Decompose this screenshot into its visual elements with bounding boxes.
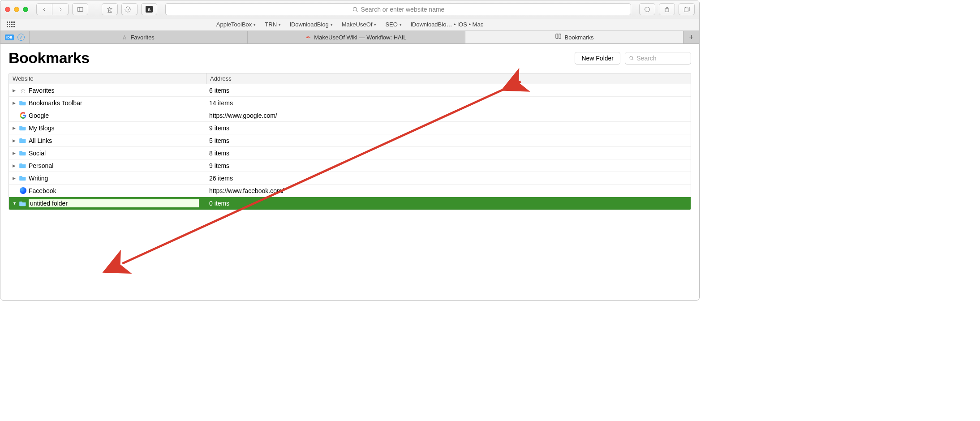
pinned-tabs: iDB ✓ <box>0 31 30 43</box>
forward-button[interactable] <box>52 3 69 15</box>
disclosure-triangle[interactable]: ▶ <box>13 126 17 130</box>
cell-website: ▶Personal <box>9 162 206 169</box>
new-tab-button[interactable]: + <box>683 31 699 43</box>
folder-icon <box>19 99 26 107</box>
star-icon: ☆ <box>19 87 26 94</box>
cell-website: ▼ <box>9 199 206 207</box>
disclosure-triangle[interactable]: ▶ <box>13 88 17 93</box>
share-button[interactable] <box>659 3 675 15</box>
google-favicon <box>19 112 26 119</box>
table-row[interactable]: ▼0 items <box>9 197 691 210</box>
favbar-label: TRN <box>265 21 277 28</box>
table-row[interactable]: ▶Facebookhttps://www.facebook.com/ <box>9 185 691 197</box>
row-name: Social <box>29 150 46 157</box>
table-body: ▶☆Favorites6 items▶Bookmarks Toolbar14 i… <box>9 84 691 210</box>
favorites-bar: AppleToolBox▾ TRN▾ iDownloadBlog▾ MakeUs… <box>0 18 699 31</box>
cell-address: 9 items <box>206 125 691 132</box>
cell-website: ▶All Links <box>9 137 206 144</box>
folder-icon <box>19 162 26 169</box>
top-sites-button[interactable] <box>102 3 118 15</box>
address-bar[interactable]: Search or enter website name <box>165 3 631 15</box>
bookmarks-page: Bookmarks New Folder Website Address ▶☆F… <box>0 44 699 210</box>
cell-address: 0 items <box>206 200 691 207</box>
favbar-label: MakeUseOf <box>342 21 373 28</box>
folder-icon <box>19 175 26 182</box>
favbar-item-appletoolbox[interactable]: AppleToolBox▾ <box>216 21 256 28</box>
show-favorites-grid-button[interactable] <box>7 21 15 27</box>
chevron-down-icon: ▾ <box>400 22 402 27</box>
folder-icon <box>19 150 26 157</box>
cell-address: 9 items <box>206 162 691 169</box>
favbar-item-trn[interactable]: TRN▾ <box>265 21 281 28</box>
svg-point-4 <box>353 7 357 11</box>
folder-icon <box>19 200 26 207</box>
page-title: Bookmarks <box>9 49 90 67</box>
column-header-website[interactable]: Website <box>9 73 206 84</box>
tab-makeuseof-wiki[interactable]: ✒ MakeUseOf Wiki — Workflow: HAIL <box>248 31 466 43</box>
cell-website: ▶My Blogs <box>9 125 206 132</box>
table-row[interactable]: ▶Personal9 items <box>9 159 691 172</box>
pinned-tab-check[interactable]: ✓ <box>17 34 25 41</box>
favbar-label: iDownloadBlo… • iOS • Mac <box>411 21 483 28</box>
row-name: Favorites <box>29 87 55 94</box>
bookmarks-search-input[interactable] <box>636 55 687 62</box>
svg-rect-8 <box>684 8 688 12</box>
disclosure-triangle[interactable]: ▶ <box>13 151 17 155</box>
table-row[interactable]: ▶Bookmarks Toolbar14 items <box>9 97 691 109</box>
bookmarks-search[interactable] <box>625 52 691 64</box>
favbar-item-makeuseof[interactable]: MakeUseOf▾ <box>342 21 377 28</box>
disclosure-triangle[interactable]: ▼ <box>13 201 17 206</box>
cell-website: ▶Google <box>9 112 206 119</box>
disclosure-triangle[interactable]: ▶ <box>13 101 17 105</box>
favbar-item-seo[interactable]: SEO▾ <box>385 21 401 28</box>
svg-line-10 <box>632 59 633 60</box>
disclosure-triangle[interactable]: ▶ <box>13 163 17 168</box>
tab-bookmarks[interactable]: Bookmarks <box>465 31 683 43</box>
disclosure-triangle[interactable]: ▶ <box>13 138 17 143</box>
favbar-item-idownloadblog[interactable]: iDownloadBlog▾ <box>290 21 333 28</box>
tab-label: MakeUseOf Wiki — Workflow: HAIL <box>314 34 406 41</box>
favbar-label: AppleToolBox <box>216 21 252 28</box>
address-bar-placeholder: Search or enter website name <box>361 6 445 13</box>
traffic-lights <box>5 7 28 12</box>
cell-address: 14 items <box>206 99 691 107</box>
row-name: All Links <box>29 137 52 144</box>
row-name: Google <box>29 112 49 119</box>
refresh-button[interactable]: ✓ <box>121 3 138 15</box>
table-row[interactable]: ▶Writing26 items <box>9 172 691 185</box>
toolbar-right <box>639 3 695 15</box>
new-folder-button[interactable]: New Folder <box>575 52 620 64</box>
tab-bar: iDB ✓ ☆ Favorites ✒ MakeUseOf Wiki — Wor… <box>0 31 699 44</box>
cell-website: ▶Social <box>9 150 206 157</box>
amazon-extension-button[interactable]: a <box>141 3 157 15</box>
disclosure-triangle[interactable]: ▶ <box>13 176 17 180</box>
cell-website: ▶Facebook <box>9 187 206 194</box>
column-header-address[interactable]: Address <box>206 73 691 84</box>
back-button[interactable] <box>36 3 52 15</box>
tab-favorites[interactable]: ☆ Favorites <box>30 31 248 43</box>
folder-icon <box>19 125 26 132</box>
table-row[interactable]: ▶Googlehttps://www.google.com/ <box>9 109 691 122</box>
folder-name-edit-input[interactable] <box>29 199 199 207</box>
table-row[interactable]: ▶Social8 items <box>9 147 691 159</box>
svg-rect-0 <box>77 7 83 11</box>
downloads-button[interactable] <box>639 3 655 15</box>
close-window-button[interactable] <box>5 7 10 12</box>
cell-address: 26 items <box>206 175 691 182</box>
fullscreen-window-button[interactable] <box>23 7 28 12</box>
svg-point-9 <box>630 56 633 60</box>
table-row[interactable]: ▶All Links5 items <box>9 134 691 147</box>
globe-icon <box>19 187 26 194</box>
cell-address: 8 items <box>206 150 691 157</box>
favbar-label: iDownloadBlog <box>290 21 329 28</box>
favbar-item-idownloadblo[interactable]: iDownloadBlo… • iOS • Mac <box>411 21 483 28</box>
table-row[interactable]: ▶☆Favorites6 items <box>9 84 691 97</box>
favbar-label: SEO <box>385 21 397 28</box>
sidebar-toggle-button[interactable] <box>72 3 88 15</box>
window-toolbar: ✓ a Search or enter website name <box>0 0 699 18</box>
minimize-window-button[interactable] <box>14 7 19 12</box>
table-row[interactable]: ▶My Blogs9 items <box>9 122 691 134</box>
tabs-overview-button[interactable] <box>679 3 695 15</box>
book-icon <box>555 33 562 41</box>
pinned-tab-idb[interactable]: iDB <box>5 34 14 40</box>
